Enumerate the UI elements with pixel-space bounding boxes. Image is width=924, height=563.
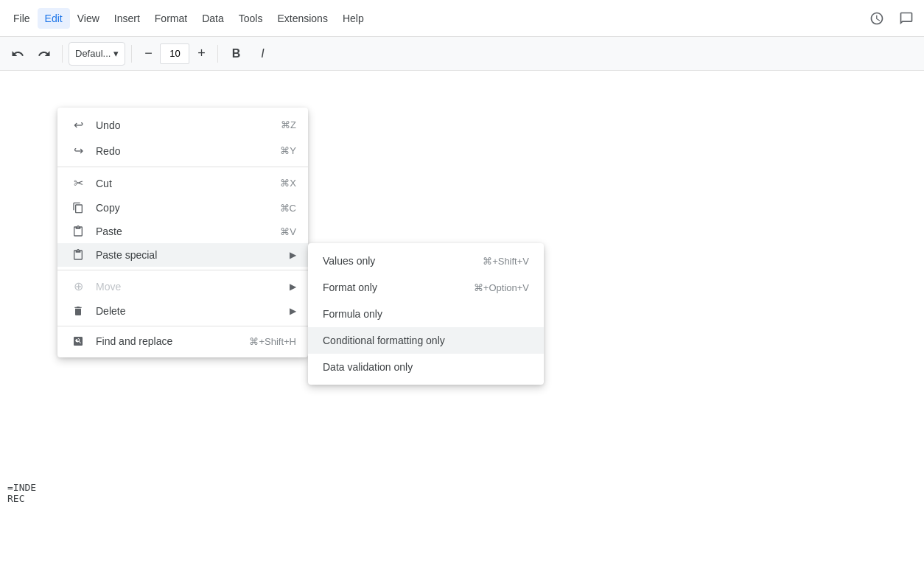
menu-file[interactable]: File	[6, 8, 38, 29]
dropdown-overlay: ↩ Undo ⌘Z ↪ Redo ⌘Y ✂ Cut ⌘X	[0, 108, 924, 563]
values-only-label: Values only	[323, 255, 465, 267]
find-replace-shortcut: ⌘+Shift+H	[249, 336, 296, 347]
paste-special-icon	[69, 249, 87, 261]
font-size-input[interactable]	[160, 43, 189, 64]
paste-label: Paste	[96, 225, 262, 237]
menu-divider-1	[57, 167, 308, 167]
undo-icon: ↩	[69, 118, 87, 132]
format-only-label: Format only	[323, 282, 456, 293]
redo-icon: ↪	[69, 144, 87, 158]
menu-divider-3	[57, 326, 308, 326]
menu-extensions[interactable]: Extensions	[270, 8, 335, 29]
copy-icon	[69, 202, 87, 214]
undo-label: Undo	[96, 119, 263, 131]
edit-menu-redo[interactable]: ↪ Redo ⌘Y	[57, 138, 308, 164]
font-size-area: − +	[138, 43, 211, 64]
copy-shortcut: ⌘C	[280, 203, 296, 214]
paste-shortcut: ⌘V	[280, 226, 296, 237]
toolbar-separator-3	[217, 45, 218, 63]
values-only-shortcut: ⌘+Shift+V	[483, 256, 529, 267]
comment-icon[interactable]	[895, 7, 918, 30]
italic-btn[interactable]: I	[251, 42, 274, 66]
submenu-formula-only[interactable]: Formula only	[308, 301, 544, 327]
move-icon: ⊕	[69, 279, 87, 293]
submenu-values-only[interactable]: Values only ⌘+Shift+V	[308, 248, 544, 274]
delete-icon	[69, 305, 87, 317]
edit-menu-find-replace[interactable]: Find and replace ⌘+Shift+H	[57, 329, 308, 353]
font-size-decrease-btn[interactable]: −	[138, 43, 158, 64]
find-replace-label: Find and replace	[96, 335, 231, 347]
cut-icon: ✂	[69, 176, 87, 190]
redo-shortcut: ⌘Y	[280, 145, 296, 156]
paste-special-label: Paste special	[96, 249, 284, 261]
submenu-format-only[interactable]: Format only ⌘+Option+V	[308, 274, 544, 301]
font-family-selector[interactable]: Defaul... ▾	[69, 42, 125, 66]
edit-menu-copy[interactable]: Copy ⌘C	[57, 196, 308, 220]
paste-special-arrow: ▶	[290, 250, 296, 260]
edit-menu: ↩ Undo ⌘Z ↪ Redo ⌘Y ✂ Cut ⌘X	[57, 108, 308, 357]
cut-label: Cut	[96, 178, 262, 189]
font-family-dropdown-icon: ▾	[113, 48, 119, 59]
menu-bar: File Edit View Insert Format Data Tools …	[0, 0, 924, 37]
conditional-formatting-only-label: Conditional formatting only	[323, 335, 511, 346]
edit-menu-paste-special[interactable]: Paste special ▶ Values only ⌘+Shift+V Fo…	[57, 243, 308, 267]
menu-tools[interactable]: Tools	[231, 8, 270, 29]
edit-menu-undo[interactable]: ↩ Undo ⌘Z	[57, 112, 308, 138]
menu-help[interactable]: Help	[335, 8, 371, 29]
menu-insert[interactable]: Insert	[107, 8, 147, 29]
move-arrow: ▶	[290, 282, 296, 292]
menu-edit[interactable]: Edit	[38, 8, 70, 29]
edit-menu-cut[interactable]: ✂ Cut ⌘X	[57, 170, 308, 196]
paste-icon	[69, 225, 87, 237]
edit-menu-move[interactable]: ⊕ Move ▶	[57, 273, 308, 299]
font-size-increase-btn[interactable]: +	[191, 43, 211, 64]
toolbar: Defaul... ▾ − + B I	[0, 37, 924, 71]
paste-special-submenu: Values only ⌘+Shift+V Format only ⌘+Opti…	[308, 243, 544, 385]
delete-label: Delete	[96, 305, 284, 317]
menu-view[interactable]: View	[70, 8, 107, 29]
font-family-label: Defaul...	[75, 48, 111, 59]
format-only-shortcut: ⌘+Option+V	[474, 282, 529, 293]
spreadsheet-area: =INDE REC ↩ Undo ⌘Z ↪ Redo ⌘Y ✂ Cut ⌘X	[0, 71, 924, 563]
submenu-data-validation-only[interactable]: Data validation only	[308, 354, 544, 380]
formula-only-label: Formula only	[323, 308, 511, 320]
toolbar-separator-2	[131, 45, 132, 63]
menu-data[interactable]: Data	[195, 8, 231, 29]
delete-arrow: ▶	[290, 306, 296, 316]
history-icon[interactable]	[865, 7, 889, 30]
redo-toolbar-btn[interactable]	[32, 42, 56, 66]
move-label: Move	[96, 281, 284, 293]
toolbar-separator-1	[62, 45, 63, 63]
data-validation-only-label: Data validation only	[323, 361, 511, 373]
undo-toolbar-btn[interactable]	[6, 42, 29, 66]
undo-shortcut: ⌘Z	[281, 119, 296, 130]
edit-menu-delete[interactable]: Delete ▶	[57, 299, 308, 323]
cut-shortcut: ⌘X	[280, 178, 296, 189]
menu-format[interactable]: Format	[147, 8, 195, 29]
redo-label: Redo	[96, 145, 262, 157]
copy-label: Copy	[96, 202, 262, 214]
submenu-conditional-formatting-only[interactable]: Conditional formatting only	[308, 327, 544, 354]
bold-btn[interactable]: B	[224, 42, 248, 66]
find-replace-icon	[69, 335, 87, 347]
edit-menu-paste[interactable]: Paste ⌘V	[57, 220, 308, 243]
menu-divider-2	[57, 270, 308, 270]
